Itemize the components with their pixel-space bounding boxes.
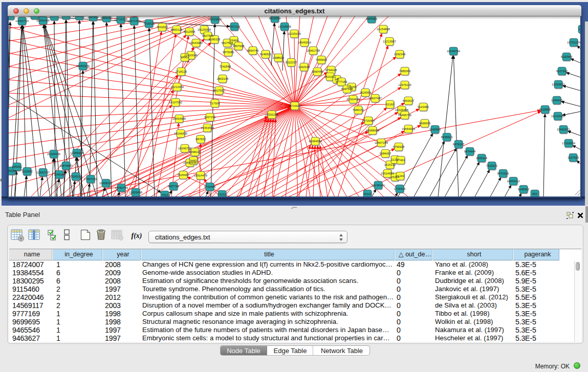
svg-text:15720407: 15720407 [362,119,375,122]
svg-text:19654923: 19654923 [402,127,415,130]
svg-text:2867608: 2867608 [233,45,245,48]
svg-text:17857253: 17857253 [84,178,97,181]
svg-text:12505135: 12505135 [69,175,82,178]
svg-text:853: 853 [532,192,537,195]
svg-text:1527602: 1527602 [88,16,99,18]
svg-text:9657791: 9657791 [168,185,180,188]
svg-text:8938923: 8938923 [441,136,453,139]
svg-text:10025458: 10025458 [395,108,408,112]
svg-text:7625402: 7625402 [178,173,189,177]
svg-text:10958107: 10958107 [99,182,113,185]
svg-text:1092349: 1092349 [394,53,406,56]
svg-text:18724007: 18724007 [288,104,301,107]
svg-text:3875685: 3875685 [223,51,234,54]
svg-text:7632621: 7632621 [486,164,498,167]
svg-text:16671355: 16671355 [127,19,141,23]
svg-text:14055724: 14055724 [15,19,29,23]
svg-text:1615132: 1615132 [384,163,396,166]
svg-text:1362615: 1362615 [298,65,310,69]
svg-text:13353594: 13353594 [201,126,214,129]
svg-text:20206536: 20206536 [47,152,60,156]
svg-text:12975115: 12975115 [398,83,411,86]
svg-text:6497568: 6497568 [341,87,353,91]
svg-text:9498222: 9498222 [189,150,201,154]
svg-text:10688609: 10688609 [366,129,379,132]
svg-text:1697731: 1697731 [60,16,72,17]
svg-text:17016504: 17016504 [562,142,576,145]
svg-text:1733426: 1733426 [394,187,406,190]
svg-text:9716485: 9716485 [204,185,216,188]
svg-text:1145194: 1145194 [54,173,66,176]
svg-text:18640910: 18640910 [298,41,311,44]
svg-text:8322037: 8322037 [286,61,297,64]
svg-text:6479197: 6479197 [453,143,465,146]
svg-text:6466160: 6466160 [101,16,113,19]
svg-text:8454749: 8454749 [247,49,259,52]
svg-text:20053346: 20053346 [76,64,90,68]
svg-text:18300295: 18300295 [265,113,278,116]
svg-text:20364436: 20364436 [346,98,360,101]
svg-text:1244415: 1244415 [551,99,563,102]
svg-text:16914479: 16914479 [194,174,207,177]
svg-text:9756928: 9756928 [393,145,405,148]
svg-text:7242848: 7242848 [220,65,231,68]
svg-text:9320965: 9320965 [561,55,573,58]
svg-text:10975887: 10975887 [59,164,73,167]
svg-text:17461: 17461 [397,159,405,162]
svg-text:1588520: 1588520 [273,56,285,59]
svg-text:9474444: 9474444 [464,150,476,153]
svg-text:11325419: 11325419 [288,32,300,35]
svg-text:9146821: 9146821 [260,53,272,56]
svg-text:7485063: 7485063 [399,70,411,73]
svg-text:3267150: 3267150 [204,116,216,119]
svg-text:16113: 16113 [363,192,372,195]
svg-text:7357224: 7357224 [229,25,241,28]
svg-text:15692971: 15692971 [557,128,570,131]
svg-text:16961758: 16961758 [307,49,320,52]
svg-text:8186328: 8186328 [209,38,221,41]
svg-text:16033809: 16033809 [208,18,222,21]
svg-text:2087682: 2087682 [366,17,378,20]
svg-text:15524861: 15524861 [381,172,394,175]
svg-text:10654112: 10654112 [507,180,519,183]
svg-text:8813054: 8813054 [269,17,281,20]
svg-text:317006: 317006 [210,102,220,105]
svg-text:10719155: 10719155 [114,18,127,21]
svg-text:8912954: 8912954 [184,30,195,33]
svg-text:12213369: 12213369 [170,85,184,89]
svg-text:535051: 535051 [12,165,21,168]
svg-text:3827509: 3827509 [202,34,214,37]
svg-text:19384554: 19384554 [309,140,322,143]
svg-text:15466: 15466 [230,39,238,42]
svg-text:1990448: 1990448 [312,70,323,73]
svg-text:16210643: 16210643 [551,115,564,118]
svg-text:12942757: 12942757 [36,171,50,174]
svg-text:939154: 939154 [9,169,16,172]
svg-text:10131: 10131 [218,193,226,196]
svg-text:62160: 62160 [386,103,394,106]
svg-text:9084067: 9084067 [380,152,391,155]
svg-text:12213967: 12213967 [383,40,396,43]
svg-text:16782759: 16782759 [115,186,128,189]
svg-text:6794028: 6794028 [325,69,337,72]
svg-text:1115682: 1115682 [21,170,33,173]
svg-text:8215955: 8215955 [539,108,551,111]
svg-text:16543982: 16543982 [189,41,203,45]
svg-text:15751074: 15751074 [567,41,580,44]
svg-text:3624554: 3624554 [360,91,372,94]
svg-text:9463627: 9463627 [403,99,415,102]
svg-text:16136141: 16136141 [372,184,385,187]
svg-text:8471626: 8471626 [497,172,509,175]
svg-text:7663822: 7663822 [157,26,168,29]
svg-text:16046758: 16046758 [178,147,191,150]
svg-text:2935114: 2935114 [476,157,488,160]
svg-text:17359928: 17359928 [70,151,83,155]
svg-text:9245652: 9245652 [518,188,530,191]
svg-text:16107552: 16107552 [169,101,182,104]
svg-text:15495756: 15495756 [398,114,411,117]
svg-text:98961: 98961 [181,56,189,59]
svg-text:20691406: 20691406 [36,19,50,22]
svg-text:7986372: 7986372 [353,108,364,112]
svg-text:8860125: 8860125 [171,28,183,31]
svg-text:19166825: 19166825 [174,132,187,135]
